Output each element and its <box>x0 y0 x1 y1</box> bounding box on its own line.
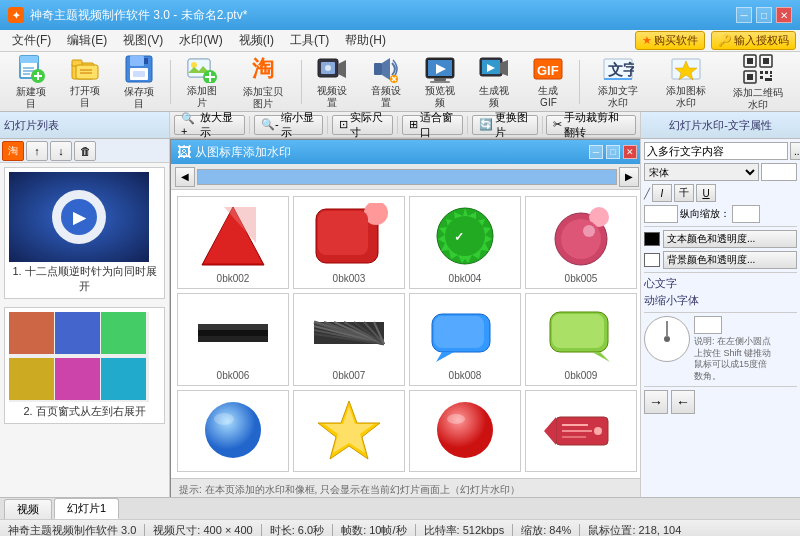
status-bar: 神奇主题视频制作软件 3.0 视频尺寸: 400 × 400 时长: 6.0秒 … <box>0 519 800 536</box>
icon-0bk005-img <box>540 201 622 271</box>
text-color-btn[interactable]: 文本颜色和透明度... <box>663 230 797 248</box>
sep2 <box>301 60 302 104</box>
font-size-input[interactable]: 16.0 <box>761 163 797 181</box>
dialog-minimize-btn[interactable]: ─ <box>589 145 603 159</box>
maximize-button[interactable]: □ <box>756 7 772 23</box>
generate-video-button[interactable]: 生成视频 <box>469 56 519 108</box>
add-icon-watermark-button[interactable]: 添加图标水印 <box>654 56 718 108</box>
view-sep5 <box>542 116 543 134</box>
taobao-slide-btn[interactable]: 淘 <box>2 141 24 161</box>
purchase-software-button[interactable]: ★ 购买软件 <box>635 31 705 50</box>
menu-help[interactable]: 帮助(H) <box>337 30 394 51</box>
icon-0bk006-img <box>192 298 274 368</box>
icon-cell-0bk002[interactable]: 0bk002 <box>177 196 289 289</box>
svg-rect-76 <box>198 324 268 330</box>
icon-cell-star[interactable] <box>293 390 405 472</box>
scissors-icon: ✂ <box>553 118 562 131</box>
add-image-icon <box>186 55 218 83</box>
input-code-button[interactable]: 🔑 输入授权码 <box>711 31 796 50</box>
status-sep4 <box>415 524 416 537</box>
icon-cell-0bk007[interactable]: 0bk007 <box>293 293 405 386</box>
v-scale-input[interactable]: 1.0 <box>732 205 760 223</box>
icon-cell-0bk003[interactable]: 0bk003 <box>293 196 405 289</box>
svg-rect-58 <box>760 76 763 79</box>
zoom-in-button[interactable]: 🔍+ 放大显示 <box>174 115 245 135</box>
icon-cell-tag[interactable] <box>525 390 637 472</box>
menu-view[interactable]: 视图(V) <box>115 30 171 51</box>
menu-tools[interactable]: 工具(T) <box>282 30 337 51</box>
icon-cell-0bk006[interactable]: 0bk006 <box>177 293 289 386</box>
title-bar-controls: ─ □ ✕ <box>736 7 792 23</box>
slide-item-1[interactable]: ▶ 1. 十二点顺逆时针为向同时展开 <box>4 167 165 299</box>
add-taobao-button[interactable]: 淘 添加宝贝图片 <box>231 56 295 108</box>
open-project-button[interactable]: 打开项目 <box>60 56 110 108</box>
italic-btn[interactable]: I <box>652 184 672 202</box>
menu-video[interactable]: 视频(I) <box>231 30 282 51</box>
add-text-watermark-button[interactable]: 文字 添加文字水印 <box>586 56 650 108</box>
fit-button[interactable]: ⊞ 适合窗口 <box>402 115 463 135</box>
icon-cell-0bk004[interactable]: ✓ 0bk004 <box>409 196 521 289</box>
zoom-out-button[interactable]: 🔍- 缩小显示 <box>254 115 323 135</box>
handcut-button[interactable]: ✂ 手动裁剪和翻转 <box>546 115 636 135</box>
bg-color-btn[interactable]: 背景颜色和透明度... <box>663 251 797 269</box>
dialog-maximize-btn[interactable]: □ <box>606 145 620 159</box>
slide-item-2[interactable]: 2. 百页窗式从左到右展开 <box>4 307 165 424</box>
replace-image-button[interactable]: 🔄 更换图片 <box>472 115 538 135</box>
icon-0bk005-label: 0bk005 <box>565 273 598 284</box>
save-project-button[interactable]: 保存项目 <box>114 56 164 108</box>
status-zoom: 缩放: 84% <box>521 523 571 536</box>
slide-down-btn[interactable]: ↓ <box>50 141 72 161</box>
slide-tab[interactable]: 幻灯片1 <box>54 498 119 519</box>
dialog-footer: 提示: 在本页添加的水印和像框, 只会显示在当前幻灯片画面上（幻灯片水印） <box>171 478 640 497</box>
video-tab[interactable]: 视频 <box>4 499 52 519</box>
arrow-right-btn[interactable]: → <box>644 390 668 414</box>
arrow-left-btn[interactable]: ← <box>671 390 695 414</box>
svg-rect-17 <box>144 58 148 64</box>
app-icon: ✦ <box>8 7 24 23</box>
icon-cell-redball[interactable] <box>409 390 521 472</box>
status-sep1 <box>144 524 145 537</box>
scroll-right-btn[interactable]: ▶ <box>619 167 639 187</box>
add-qr-watermark-button[interactable]: 添加二维码水印 <box>722 56 794 108</box>
rotation-widget[interactable] <box>644 316 690 362</box>
multiline-text-input[interactable] <box>644 142 788 160</box>
preview-video-button[interactable]: 预览视频 <box>415 56 465 108</box>
multiline-edit-btn[interactable]: ... <box>790 142 800 160</box>
angle-input[interactable]: 0 <box>694 316 722 334</box>
font-selector[interactable]: 宋体 <box>644 163 759 181</box>
dialog-close-btn[interactable]: ✕ <box>623 145 637 159</box>
slide-up-btn[interactable]: ↑ <box>26 141 48 161</box>
minimize-button[interactable]: ─ <box>736 7 752 23</box>
svg-rect-37 <box>430 81 450 83</box>
icon-cell-blue3d[interactable] <box>177 390 289 472</box>
open-project-icon <box>69 55 101 83</box>
h-scale-input[interactable]: 1.0 <box>644 205 678 223</box>
view-sep4 <box>467 116 468 134</box>
scroll-left-btn[interactable]: ◀ <box>175 167 195 187</box>
video-settings-button[interactable]: 视频设置 <box>307 56 357 108</box>
underline-btn[interactable]: U <box>696 184 716 202</box>
generate-gif-icon: GIF <box>532 55 564 83</box>
icon-cell-0bk008[interactable]: 0bk008 <box>409 293 521 386</box>
menu-edit[interactable]: 编辑(E) <box>59 30 115 51</box>
audio-settings-button[interactable]: 音频设置 <box>361 56 411 108</box>
close-button[interactable]: ✕ <box>776 7 792 23</box>
menu-file[interactable]: 文件(F) <box>4 30 59 51</box>
star-icon: ★ <box>642 34 652 47</box>
svg-text:✓: ✓ <box>454 230 464 244</box>
add-icon-watermark-label: 添加图标水印 <box>661 85 711 109</box>
bold-btn[interactable]: 千 <box>674 184 694 202</box>
svg-rect-57 <box>770 71 772 74</box>
menu-bar: 文件(F) 编辑(E) 视图(V) 水印(W) 视频(I) 工具(T) 帮助(H… <box>0 30 800 52</box>
icon-cell-0bk005[interactable]: 0bk005 <box>525 196 637 289</box>
slide-delete-btn[interactable]: 🗑 <box>74 141 96 161</box>
add-image-button[interactable]: 添加图片 <box>177 56 227 108</box>
new-project-button[interactable]: 新建项目 <box>6 56 56 108</box>
actual-size-button[interactable]: ⊡ 实际尺寸 <box>332 115 393 135</box>
svg-point-100 <box>437 402 493 458</box>
generate-gif-button[interactable]: GIF 生成 GIF <box>523 56 573 108</box>
menu-watermark[interactable]: 水印(W) <box>171 30 230 51</box>
icon-cell-0bk009[interactable]: 0bk009 <box>525 293 637 386</box>
new-project-label: 新建项目 <box>13 86 49 110</box>
icon-0bk007-img <box>308 298 390 368</box>
